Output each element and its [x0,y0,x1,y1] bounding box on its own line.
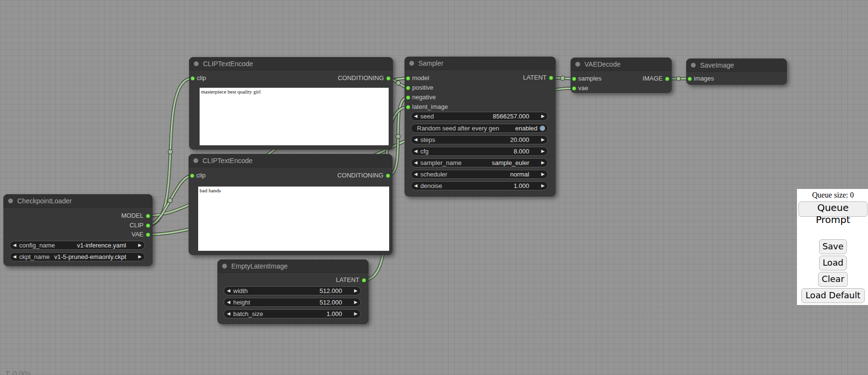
increment-arrow-icon[interactable]: ▶ [351,287,360,295]
MODEL-output-port[interactable] [146,214,150,218]
increment-arrow-icon[interactable]: ▶ [538,170,547,178]
load-default-button[interactable]: Load Default [801,288,865,303]
VAE-output-port[interactable] [146,233,150,237]
IMAGE-output-port[interactable] [665,77,669,81]
decrement-arrow-icon[interactable]: ◀ [411,182,420,190]
clip-input-port[interactable] [190,174,194,178]
queue-prompt-button[interactable]: Queue Prompt [798,201,868,217]
increment-arrow-icon[interactable]: ▶ [351,298,360,306]
widget-width[interactable]: ◀width512.000▶ [224,286,361,295]
increment-arrow-icon[interactable]: ▶ [135,253,144,261]
widget-value: 512.000 [250,299,351,306]
latent_image-input-port[interactable] [406,105,410,109]
comfyui-canvas[interactable]: { "canvas": { "status_text": "T: 0.00s" … [0,0,868,375]
decrement-arrow-icon[interactable]: ◀ [411,159,420,167]
widget-label: scheduler [420,171,447,178]
decrement-arrow-icon[interactable]: ◀ [224,298,233,306]
toggle-on-dot[interactable] [540,126,545,131]
node-title-bar[interactable]: VAEDecode [571,58,672,71]
node-title: SaveImage [700,59,734,72]
clear-button[interactable]: Clear [818,272,847,287]
widget-height[interactable]: ◀height512.000▶ [224,298,361,307]
widget-random-seed-after-every-gen[interactable]: Random seed after every genenabled [411,124,548,133]
widget-ckpt_name[interactable]: ◀ckpt_namev1-5-pruned-emaonly.ckpt▶ [10,252,145,261]
collapse-dot-icon[interactable] [222,264,227,269]
decrement-arrow-icon[interactable]: ◀ [224,287,233,295]
collapse-dot-icon[interactable] [409,61,414,66]
CLIP-output-port[interactable] [146,223,150,228]
queue-menu: Queue size: 0 Queue Prompt Save Load Cle… [797,189,868,305]
LATENT-output-port[interactable] [362,278,366,282]
widget-batch_size[interactable]: ◀batch_size1.000▶ [224,309,361,318]
CONDITIONING-output-port[interactable] [386,76,391,81]
widget-config_name[interactable]: ◀config_namev1-inference.yaml▶ [10,241,145,250]
widget-denoise[interactable]: ◀denoise1.000▶ [411,181,548,190]
decrement-arrow-icon[interactable]: ◀ [224,310,233,318]
decrement-arrow-icon[interactable]: ◀ [10,253,19,261]
widget-scheduler[interactable]: ◀schedulernormal▶ [411,170,548,179]
output-slot-label: CONDITIONING [337,171,383,180]
widget-value: v1-5-pruned-emaonly.ckpt [50,253,135,260]
decrement-arrow-icon[interactable]: ◀ [411,170,420,178]
collapse-dot-icon[interactable] [691,63,696,68]
clip-text-encode-positive[interactable]: CLIPTextEncodeclipCONDITIONING [189,57,393,150]
save-button[interactable]: Save [819,239,847,254]
samples-input-port[interactable] [572,77,576,81]
model-input-port[interactable] [406,76,410,81]
widget-cfg[interactable]: ◀cfg8.000▶ [411,147,548,156]
output-slot-label: VAE [131,230,143,239]
node-title-bar[interactable]: CLIPTextEncode [189,57,393,70]
LATENT-output-port[interactable] [549,76,553,80]
widget-steps[interactable]: ◀steps20.000▶ [411,135,548,144]
collapse-dot-icon[interactable] [575,62,580,67]
widget-label: steps [420,136,435,143]
node-title-bar[interactable]: CheckpointLoader [3,194,153,208]
widget-label: batch_size [233,310,263,317]
increment-arrow-icon[interactable]: ▶ [135,241,144,249]
empty-latent-image[interactable]: EmptyLatentImageLATENT◀width512.000▶◀hei… [217,259,369,324]
increment-arrow-icon[interactable]: ▶ [351,310,360,318]
input-slot-label: positive [412,83,433,92]
decrement-arrow-icon[interactable]: ◀ [411,147,420,155]
input-slot-label: latent_image [412,103,448,111]
increment-arrow-icon[interactable]: ▶ [538,159,547,167]
widget-value: 8.000 [428,148,538,155]
vae-input-port[interactable] [572,86,576,91]
decrement-arrow-icon[interactable]: ◀ [10,241,19,249]
node-title-bar[interactable]: CLIPTextEncode [189,154,392,167]
collapse-dot-icon[interactable] [193,158,198,163]
vae-decode[interactable]: VAEDecodesamplesvaeIMAGE [571,58,672,93]
increment-arrow-icon[interactable]: ▶ [538,112,547,120]
CONDITIONING-output-port[interactable] [386,174,390,178]
collapse-dot-icon[interactable] [194,61,199,66]
positive-input-port[interactable] [406,86,410,90]
load-button[interactable]: Load [819,256,846,270]
node-title: CLIPTextEncode [203,57,253,70]
decrement-arrow-icon[interactable]: ◀ [411,136,420,144]
negative-input-port[interactable] [406,95,410,100]
decrement-arrow-icon[interactable]: ◀ [411,112,420,120]
images-input-port[interactable] [688,77,692,81]
sampler[interactable]: Samplermodelpositivenegativelatent_image… [404,57,556,197]
node-title-bar[interactable]: Sampler [404,57,556,70]
clip-text-encode-negative[interactable]: CLIPTextEncodeclipCONDITIONING [189,154,392,255]
increment-arrow-icon[interactable]: ▶ [538,147,547,155]
widget-sampler_name[interactable]: ◀sampler_namesample_euler▶ [411,158,548,167]
prompt-textarea[interactable] [198,187,389,251]
input-slot-label: vae [578,84,588,93]
clip-input-port[interactable] [190,76,195,81]
collapse-dot-icon[interactable] [8,199,13,203]
node-title-bar[interactable]: SaveImage [686,59,787,72]
checkpoint-loader[interactable]: CheckpointLoaderMODELCLIPVAE◀config_name… [3,194,153,266]
save-image[interactable]: SaveImageimages [686,59,787,85]
node-title: EmptyLatentImage [231,259,288,273]
prompt-textarea[interactable] [200,88,389,145]
input-slot-label: negative [412,93,436,102]
widget-seed[interactable]: ◀seed8566257.000▶ [411,112,548,121]
widget-label: height [233,299,250,306]
increment-arrow-icon[interactable]: ▶ [538,182,547,190]
output-slot-label: MODEL [121,211,143,220]
node-title: VAEDecode [584,58,620,71]
node-title-bar[interactable]: EmptyLatentImage [217,259,369,273]
increment-arrow-icon[interactable]: ▶ [538,136,547,144]
